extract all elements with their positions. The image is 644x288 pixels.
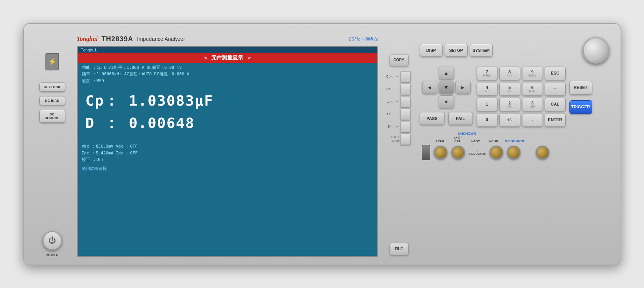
nav-down-button[interactable]: ▼ <box>439 95 454 108</box>
key-3[interactable]: 3 DEF <box>522 98 543 111</box>
key-1[interactable]: 1 <box>477 98 497 111</box>
nav-pass-section: ▲ ◄ ▼ ► ▼ PASS FAIL <box>420 67 473 125</box>
numpad-section: 7 PQRS 8 TUV 9 WXYZ ESC 4 GHI <box>477 67 566 127</box>
softkey-2-btn[interactable] <box>400 84 411 95</box>
keylock-button[interactable]: KEYLOCK <box>39 83 65 92</box>
key-8[interactable]: 8 TUV <box>499 67 520 80</box>
copy-button[interactable]: COPY <box>390 54 409 66</box>
nav-center-button[interactable]: ▼ <box>439 81 454 94</box>
plus-minus-button[interactable]: +/- <box>499 113 520 127</box>
softkey-row-3: Lp-... → <box>384 96 414 107</box>
setup-button[interactable]: SETUP <box>445 44 468 57</box>
enter-button[interactable]: ENTER <box>545 113 566 127</box>
left-panel: ⚡ KEYLOCK DC BIAS DC SOURCE ⏻ POWER <box>31 35 73 257</box>
key-2[interactable]: 2 ABC <box>499 98 520 111</box>
power-button[interactable]: ⏻ <box>43 231 62 250</box>
reset-button[interactable]: RESET <box>569 81 592 95</box>
disp-button[interactable]: DISP <box>420 44 443 57</box>
warning-label: ±42VDCMax <box>469 152 486 156</box>
nav-empty-tl <box>422 67 437 79</box>
warning-icon: ▲ <box>476 149 479 152</box>
trigger-button[interactable]: TRIGGER <box>569 100 592 114</box>
keypad-main: ▲ ◄ ▼ ► ▼ PASS FAIL <box>420 67 609 127</box>
softkey-3-label: Lp-... → <box>384 100 399 104</box>
numpad-grid: 7 PQRS 8 TUV 9 WXYZ ESC 4 GHI <box>477 67 566 127</box>
instrument-body: ⚡ KEYLOCK DC BIAS DC SOURCE ⏻ POWER Tong… <box>23 23 621 265</box>
keypad-top-row: DISP SETUP SYSTEM <box>420 35 609 64</box>
softkey-1-btn[interactable] <box>400 71 411 83</box>
system-button[interactable]: SYSTEM <box>470 44 493 57</box>
softkey-6-label: ⁙⁙⁙17:02 <box>384 135 399 143</box>
lpot-label: LPOT <box>454 136 462 139</box>
softkey-4-btn[interactable] <box>400 109 411 120</box>
nav-up-button[interactable]: ▲ <box>439 67 454 79</box>
dc-source-connector <box>536 146 549 159</box>
power-label: POWER <box>45 253 58 257</box>
right-panel: DISP SETUP SYSTEM ▲ ◄ ▼ ► ▼ <box>416 35 613 257</box>
audio-jack-connector <box>422 145 430 160</box>
device-description: Impedance Analyzer <box>137 36 185 42</box>
softkey-2-label: Cs-... → <box>384 87 399 91</box>
softkey-3-btn[interactable] <box>400 96 411 107</box>
screen-values: Cp： 1.03083μF D ： 0.00648 <box>78 86 377 142</box>
file-button[interactable]: FILE <box>390 243 409 255</box>
softkey-5-btn[interactable] <box>400 121 411 132</box>
softkey-row-4: Ls-... → <box>384 109 414 120</box>
main-knob[interactable] <box>583 37 609 64</box>
info-line1: 功能 ：Cp-D AC电平：1.000 V DC偏置：0.00 mV <box>82 64 373 71</box>
bottom-line1: Vac ：836.9mV Vdc ：OFF <box>82 143 373 150</box>
nav-empty-br <box>455 95 471 108</box>
softkey-6-btn[interactable] <box>400 134 411 145</box>
esc-button[interactable]: ESC <box>545 67 566 80</box>
screen-area: Tonghui TH2839A Impedance Analyzer 20Hz～… <box>73 35 382 257</box>
nav-left-button[interactable]: ◄ <box>422 81 437 94</box>
pass-button[interactable]: PASS <box>420 112 444 125</box>
nav-empty-tr <box>455 67 471 79</box>
primary-value: 1.03083μF <box>129 92 214 109</box>
device-header: Tonghui TH2839A Impedance Analyzer 20Hz～… <box>73 35 382 46</box>
info-line2: 频率 ：1.00000kHz AC量程：AUTO DC电源：0.000 V <box>82 71 373 78</box>
secondary-value: 0.00648 <box>129 115 195 131</box>
pass-fail-row: PASS FAIL <box>420 112 473 125</box>
backspace-button[interactable]: ← <box>545 82 566 96</box>
softkey-row-6: ⁙⁙⁙17:02 <box>384 134 414 145</box>
key-4[interactable]: 4 GHI <box>477 82 497 96</box>
key-0[interactable]: 0 <box>477 113 497 127</box>
softkey-1-label: Cp-... → <box>384 75 399 79</box>
hcur-label: HCUR <box>489 140 498 143</box>
main-screen: Tonghui ＜ 元件测量显示 ＞ 功能 ：Cp-D AC电平：1.000 V… <box>77 46 378 257</box>
lcur-connector <box>434 146 448 159</box>
screen-info: 功能 ：Cp-D AC电平：1.000 V DC偏置：0.00 mV 频率 ：1… <box>78 63 377 86</box>
softkey-4-label: Ls-... → <box>384 112 399 116</box>
nav-empty-bl <box>422 95 437 108</box>
connector-row: ▲ ±42VDCMax <box>422 145 607 160</box>
brand-logo: Tonghui <box>77 36 98 42</box>
nav-right-button[interactable]: ► <box>455 81 471 94</box>
dot-button[interactable]: . <box>522 113 543 127</box>
hpot-connector <box>490 146 503 159</box>
primary-param: Cp： 1.03083μF <box>86 91 370 111</box>
dc-source-button[interactable]: DC SOURCE <box>39 110 65 123</box>
key-6[interactable]: 6 MNO <box>522 82 543 96</box>
fail-button[interactable]: FAIL <box>448 112 473 125</box>
usb-icon: ⚡ <box>48 58 56 66</box>
cal-button[interactable]: CAL <box>545 98 566 111</box>
connector-labels-row: UNKNOWN LCUR LPOT CATI HPOT <box>422 132 607 143</box>
function-buttons: DISP SETUP SYSTEM <box>420 44 493 57</box>
freq-range: 20Hz～5MHz <box>349 36 378 42</box>
key-9[interactable]: 9 WXYZ <box>522 67 543 80</box>
lcur-label: LCUR <box>436 140 444 143</box>
reset-trigger-col: RESET TRIGGER <box>569 67 592 114</box>
screen-title: ＜ 元件测量显示 ＞ <box>78 53 377 63</box>
secondary-label: D ： <box>86 115 120 131</box>
hcur-connector <box>507 146 521 159</box>
screen-tip: 使用软键选择 <box>78 165 377 173</box>
screen-bottom: Vac ：836.9mV Vdc ：OFF Iac ：5.420mA Idc ：… <box>78 142 377 165</box>
dc-bias-button[interactable]: DC BIAS <box>39 96 65 105</box>
key-5[interactable]: 5 JKL <box>499 82 520 96</box>
power-icon: ⏻ <box>48 236 56 245</box>
softkey-5-label: Z- ... → <box>384 125 399 129</box>
screen-header-brand: Tonghui <box>78 47 377 53</box>
softkey-row-2: Cs-... → <box>384 84 414 95</box>
key-7[interactable]: 7 PQRS <box>477 67 497 80</box>
